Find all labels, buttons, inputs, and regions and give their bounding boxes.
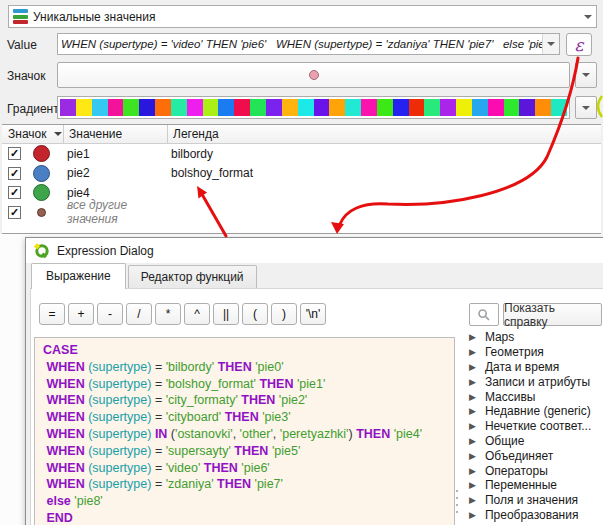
chevron-down-icon[interactable]: [579, 6, 596, 27]
value-expression-combo[interactable]: WHEN (supertype) = 'video' THEN 'pie6' W…: [57, 33, 560, 55]
value-expression-text[interactable]: WHEN (supertype) = 'video' THEN 'pie6' W…: [58, 38, 542, 50]
code-line: WHEN (supertype) = 'zdaniya' THEN 'pie7': [43, 476, 454, 493]
tree-item-label: Maps: [485, 330, 514, 344]
row-legend[interactable]: bolshoy_format: [165, 166, 601, 180]
renderer-combo[interactable]: Уникальные значения: [8, 5, 597, 28]
tree-item[interactable]: ▶Записи и атрибуты: [459, 374, 603, 389]
chevron-down-icon[interactable]: [542, 34, 559, 54]
tree-item[interactable]: ▶Поля и значения: [459, 493, 603, 508]
tree-item[interactable]: ▶Преобразования: [459, 508, 603, 523]
operator-button[interactable]: '\n': [300, 303, 326, 325]
ramp-color-cell: [187, 99, 203, 116]
expand-arrow-icon[interactable]: ▶: [469, 510, 476, 520]
operator-button[interactable]: ^: [184, 303, 210, 325]
function-search-box[interactable]: [469, 303, 499, 326]
ramp-color-cell: [171, 99, 187, 116]
tab-expression[interactable]: Выражение: [31, 263, 126, 289]
ramp-label: Градиент: [7, 102, 59, 116]
tree-item-label: Операторы: [485, 464, 548, 478]
ramp-color-cell: [551, 99, 567, 116]
expand-arrow-icon[interactable]: ▶: [469, 392, 476, 402]
show-help-button[interactable]: Показать справку: [503, 303, 602, 326]
row-value: все другие значения: [61, 198, 165, 226]
table-row[interactable]: ✓все другие значения: [2, 203, 601, 223]
expand-arrow-icon[interactable]: ▶: [469, 451, 476, 461]
ramp-color-cell: [329, 99, 345, 116]
chevron-down-icon: [582, 106, 590, 110]
expand-arrow-icon[interactable]: ▶: [469, 495, 476, 505]
table-row[interactable]: ✓pie1bilbordy: [2, 144, 601, 164]
symbol-dropdown-button[interactable]: [575, 62, 597, 88]
code-line: WHEN (supertype) = 'bolshoy_format' THEN…: [43, 376, 454, 393]
operator-button[interactable]: +: [68, 303, 94, 325]
row-checkbox[interactable]: ✓: [8, 186, 21, 199]
expand-arrow-icon[interactable]: ▶: [469, 436, 476, 446]
expand-arrow-icon[interactable]: ▶: [469, 347, 476, 357]
expand-arrow-icon[interactable]: ▶: [469, 480, 476, 490]
operator-button[interactable]: /: [126, 303, 152, 325]
marker-symbol-preview: [309, 70, 319, 80]
tree-item[interactable]: ▶Недавние (generic): [459, 404, 603, 419]
code-line: WHEN (supertype) = 'city_formaty' THEN '…: [43, 392, 454, 409]
tree-item[interactable]: ▶Maps: [459, 330, 603, 345]
tab-function-editor[interactable]: Редактор функций: [128, 265, 257, 289]
ramp-color-cell: [139, 99, 155, 116]
operator-button[interactable]: ): [271, 303, 297, 325]
color-ramp-combo[interactable]: [57, 96, 570, 119]
expression-code-editor[interactable]: CASE WHEN (supertype) = 'bilbordy' THEN …: [34, 337, 455, 525]
tree-item[interactable]: ▶Дата и время: [459, 360, 603, 375]
expand-arrow-icon[interactable]: ▶: [469, 332, 476, 342]
tree-item[interactable]: ▶Нечеткие соответ...: [459, 419, 603, 434]
column-header-value[interactable]: Значение: [64, 125, 168, 143]
expand-arrow-icon[interactable]: ▶: [469, 421, 476, 431]
operator-button[interactable]: *: [155, 303, 181, 325]
symbol-label: Значок: [7, 69, 45, 83]
expression-builder-button[interactable]: ε: [566, 33, 592, 56]
row-checkbox[interactable]: ✓: [8, 167, 21, 180]
ramp-color-cell: [282, 99, 298, 116]
random-color-ramp-preview: [60, 99, 567, 116]
function-tree: ▶Maps▶Геометрия▶Дата и время▶Записи и ат…: [459, 330, 603, 525]
sort-descending-icon: [54, 132, 62, 136]
chevron-down-icon: [582, 73, 590, 77]
row-checkbox[interactable]: ✓: [8, 147, 21, 160]
ramp-color-cell: [92, 99, 108, 116]
row-checkbox[interactable]: ✓: [8, 206, 21, 219]
table-row[interactable]: ✓pie2bolshoy_format: [2, 164, 601, 184]
ramp-color-cell: [266, 99, 282, 116]
tree-item[interactable]: ▶Операторы: [459, 463, 603, 478]
value-label: Value: [7, 38, 37, 52]
ramp-color-cell: [519, 99, 535, 116]
column-header-legend[interactable]: Легенда: [168, 125, 601, 143]
annotation-highlight-arc: [598, 96, 602, 117]
symbol-button[interactable]: [57, 62, 570, 88]
tree-item[interactable]: ▶Переменные: [459, 478, 603, 493]
classes-table-header[interactable]: Значок Значение Легенда: [2, 125, 601, 144]
operator-button[interactable]: (: [242, 303, 268, 325]
code-line: WHEN (supertype) = 'cityboard' THEN 'pie…: [43, 409, 454, 426]
code-line: WHEN (supertype) = 'video' THEN 'pie6': [43, 460, 454, 477]
expand-arrow-icon[interactable]: ▶: [469, 377, 476, 387]
row-legend[interactable]: bilbordy: [165, 147, 601, 161]
tree-item[interactable]: ▶Геометрия: [459, 345, 603, 360]
column-header-symbol[interactable]: Значок: [2, 125, 64, 143]
operator-button[interactable]: ||: [213, 303, 239, 325]
dialog-tabs: ВыражениеРедактор функций: [31, 265, 259, 289]
operator-button[interactable]: -: [97, 303, 123, 325]
tree-item[interactable]: ▶Общие: [459, 434, 603, 449]
dialog-titlebar[interactable]: Expression Dialog: [26, 238, 603, 263]
expand-arrow-icon[interactable]: ▶: [469, 362, 476, 372]
expression-dialog: Expression Dialog ВыражениеРедактор функ…: [25, 237, 603, 525]
expand-arrow-icon[interactable]: ▶: [469, 406, 476, 416]
expand-arrow-icon[interactable]: ▶: [469, 466, 476, 476]
row-value: pie1: [61, 147, 165, 161]
ramp-dropdown-button[interactable]: [575, 96, 597, 119]
ramp-color-cell: [203, 99, 219, 116]
tree-item[interactable]: ▶Массивы: [459, 389, 603, 404]
search-icon: [477, 308, 491, 322]
operator-button[interactable]: =: [39, 303, 65, 325]
tree-item[interactable]: ▶Объединяет: [459, 448, 603, 463]
dialog-title: Expression Dialog: [57, 244, 154, 258]
ramp-color-cell: [424, 99, 440, 116]
code-line: WHEN (supertype) = 'bilbordy' THEN 'pie0…: [43, 359, 454, 376]
